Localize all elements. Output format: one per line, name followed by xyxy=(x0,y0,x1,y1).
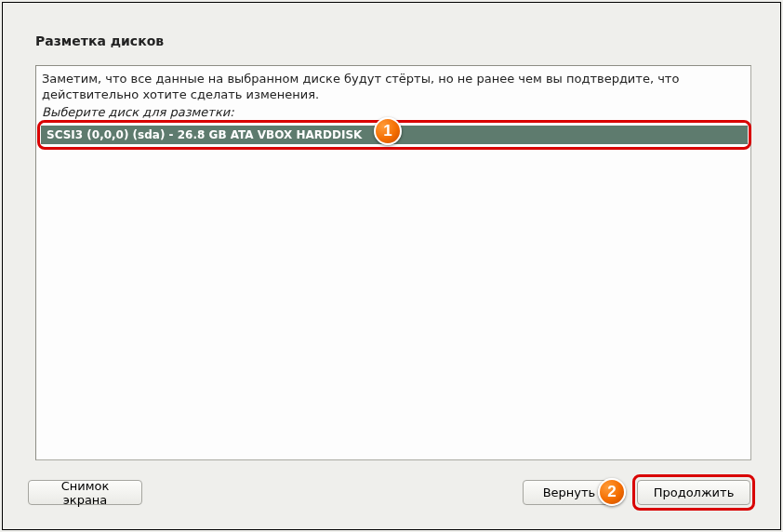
continue-button[interactable]: Продолжить xyxy=(637,480,750,505)
screenshot-button[interactable]: Снимок экрана xyxy=(28,480,142,505)
page-title: Разметка дисков xyxy=(35,33,164,48)
warning-text: Заметим, что все данные на выбранном дис… xyxy=(42,72,745,103)
prompt-text: Выберите диск для разметки: xyxy=(42,105,234,119)
annotation-badge-2: 2 xyxy=(598,478,626,506)
annotation-badge-1: 1 xyxy=(374,117,402,145)
